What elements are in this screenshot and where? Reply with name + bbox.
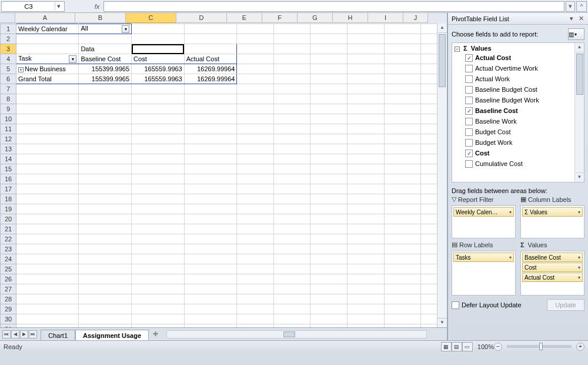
- cell-A7[interactable]: [16, 84, 79, 94]
- cell-H13[interactable]: [348, 144, 385, 154]
- tab-nav-button-2[interactable]: ▶: [20, 330, 28, 339]
- field-list-scrollbar[interactable]: ▲ ▼: [574, 43, 584, 182]
- cell-F27[interactable]: [273, 284, 310, 294]
- field-checkbox[interactable]: [465, 54, 473, 62]
- cell-H16[interactable]: [348, 174, 385, 184]
- cell-J14[interactable]: [421, 154, 437, 164]
- cell-I15[interactable]: [384, 164, 421, 174]
- cell-A29[interactable]: [16, 304, 79, 314]
- cell-E5[interactable]: [237, 64, 274, 74]
- vertical-scrollbar[interactable]: ▲ ▼: [437, 24, 447, 327]
- field-baseline-budget-work[interactable]: Baseline Budget Work: [453, 95, 573, 105]
- row-header-31[interactable]: 31: [1, 324, 16, 328]
- cell-E17[interactable]: [237, 184, 274, 194]
- cell-G28[interactable]: [310, 294, 348, 304]
- cell-G2[interactable]: [310, 34, 348, 44]
- cell-I26[interactable]: [384, 274, 421, 284]
- cell-G23[interactable]: [310, 244, 348, 254]
- zoom-in-button[interactable]: +: [576, 343, 584, 351]
- cell-J31[interactable]: [421, 324, 437, 328]
- cell-D26[interactable]: [184, 274, 237, 284]
- cell-B14[interactable]: [79, 154, 132, 164]
- cell-C22[interactable]: [132, 234, 185, 244]
- sheet-tab-assignment-usage[interactable]: Assignment Usage: [75, 330, 149, 340]
- field-actual-work[interactable]: Actual Work: [453, 74, 573, 84]
- cell-G22[interactable]: [310, 234, 348, 244]
- cell-D22[interactable]: [184, 234, 237, 244]
- cell-B31[interactable]: [79, 324, 132, 328]
- field-checkbox[interactable]: [465, 150, 473, 157]
- page-layout-view-button[interactable]: ▤: [452, 342, 462, 351]
- cell-G19[interactable]: [310, 204, 348, 214]
- cell-F3[interactable]: [273, 44, 310, 54]
- cell-B12[interactable]: [79, 134, 132, 144]
- cell-J29[interactable]: [421, 304, 437, 314]
- cell-B3[interactable]: Data: [79, 44, 132, 54]
- cell-F20[interactable]: [273, 214, 310, 224]
- cell-J8[interactable]: [421, 94, 437, 104]
- cell-B10[interactable]: [79, 114, 132, 124]
- field-checkbox[interactable]: [465, 107, 473, 115]
- cell-F6[interactable]: [273, 74, 310, 84]
- cell-J9[interactable]: [421, 104, 437, 114]
- row-header-23[interactable]: 23: [1, 244, 16, 254]
- values-tree-root[interactable]: − Σ Values: [453, 44, 573, 52]
- cell-C29[interactable]: [132, 304, 185, 314]
- row-header-10[interactable]: 10: [1, 114, 16, 124]
- cell-C5[interactable]: 165559.9963: [132, 64, 185, 74]
- values-area[interactable]: Baseline Cost▾Cost▾Actual Cost▾: [520, 251, 584, 296]
- cell-E24[interactable]: [237, 254, 274, 264]
- cell-B17[interactable]: [79, 184, 132, 194]
- row-header-8[interactable]: 8: [1, 94, 16, 104]
- cell-E18[interactable]: [237, 194, 274, 204]
- cell-H1[interactable]: [348, 24, 385, 34]
- field-checkbox[interactable]: [465, 86, 473, 94]
- cell-G25[interactable]: [310, 264, 348, 274]
- cell-H18[interactable]: [348, 194, 385, 204]
- cell-J25[interactable]: [421, 264, 437, 274]
- cell-I24[interactable]: [384, 254, 421, 264]
- row-header-16[interactable]: 16: [1, 174, 16, 184]
- row-header-17[interactable]: 17: [1, 184, 16, 194]
- cell-A24[interactable]: [16, 254, 79, 264]
- cell-H22[interactable]: [348, 234, 385, 244]
- cell-dropdown-icon[interactable]: ▾: [69, 55, 76, 63]
- cell-I13[interactable]: [384, 144, 421, 154]
- cell-H15[interactable]: [348, 164, 385, 174]
- cell-F18[interactable]: [273, 194, 310, 204]
- cell-F15[interactable]: [273, 164, 310, 174]
- cell-A21[interactable]: [16, 224, 79, 234]
- scroll-down-icon[interactable]: ▼: [437, 318, 447, 327]
- field-baseline-budget-cost[interactable]: Baseline Budget Cost: [453, 84, 573, 95]
- cell-H19[interactable]: [348, 204, 385, 214]
- cell-G5[interactable]: [310, 64, 348, 74]
- cell-H17[interactable]: [348, 184, 385, 194]
- cell-J5[interactable]: [421, 64, 437, 74]
- cell-I17[interactable]: [384, 184, 421, 194]
- cell-J3[interactable]: [421, 44, 437, 54]
- cell-G16[interactable]: [310, 174, 348, 184]
- row-header-9[interactable]: 9: [1, 104, 16, 114]
- cell-I2[interactable]: [384, 34, 421, 44]
- column-header-J[interactable]: J: [403, 13, 428, 23]
- cell-B8[interactable]: [79, 94, 132, 104]
- cell-F11[interactable]: [273, 124, 310, 134]
- cell-F10[interactable]: [273, 114, 310, 124]
- field-scroll-up-icon[interactable]: ▲: [575, 43, 584, 52]
- cell-A25[interactable]: [16, 264, 79, 274]
- cell-I27[interactable]: [384, 284, 421, 294]
- cell-J15[interactable]: [421, 164, 437, 174]
- cell-D11[interactable]: [184, 124, 237, 134]
- cell-D17[interactable]: [184, 184, 237, 194]
- cell-G13[interactable]: [310, 144, 348, 154]
- cell-grid[interactable]: 1Weekly CalendarAll▾23Data4Task▾Baseline…: [0, 24, 437, 327]
- cell-E6[interactable]: [237, 74, 274, 84]
- cell-J12[interactable]: [421, 134, 437, 144]
- formula-input[interactable]: [103, 1, 564, 12]
- cell-B13[interactable]: [79, 144, 132, 154]
- cell-E25[interactable]: [237, 264, 274, 274]
- chip-dropdown-icon[interactable]: ▾: [578, 210, 580, 215]
- cell-J13[interactable]: [421, 144, 437, 154]
- cell-F12[interactable]: [273, 134, 310, 144]
- cell-B26[interactable]: [79, 274, 132, 284]
